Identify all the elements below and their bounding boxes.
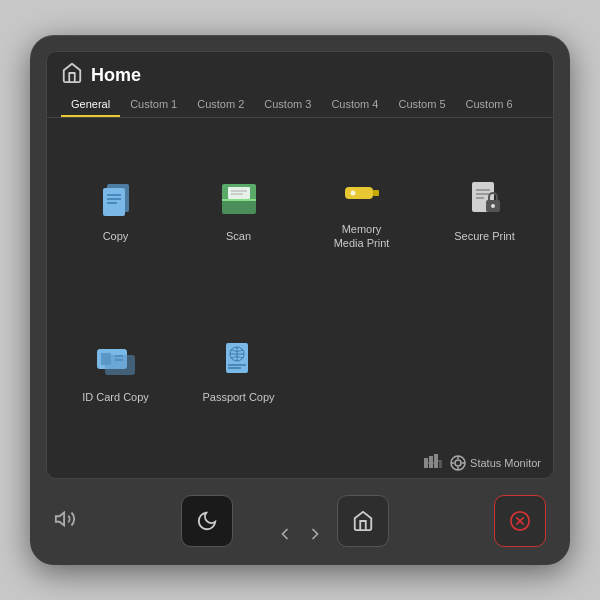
svg-rect-5 — [222, 200, 256, 214]
svg-rect-33 — [434, 454, 438, 468]
svg-rect-32 — [429, 456, 433, 468]
forward-arrow[interactable] — [305, 524, 325, 549]
svg-point-39 — [455, 460, 461, 466]
svg-rect-12 — [373, 190, 379, 196]
id-card-copy-label: ID Card Copy — [82, 390, 149, 404]
svg-rect-31 — [424, 458, 428, 468]
tabs-bar: General Custom 1 Custom 2 Custom 3 Custo… — [47, 93, 553, 118]
status-monitor-button[interactable]: Status Monitor — [450, 455, 541, 471]
printer-device: Home General Custom 1 Custom 2 Custom 3 … — [30, 35, 570, 565]
passport-icon — [215, 336, 263, 384]
memory-media-print-label: MemoryMedia Print — [334, 222, 390, 251]
touch-screen: Home General Custom 1 Custom 2 Custom 3 … — [46, 51, 554, 479]
volume-icon[interactable] — [54, 508, 76, 534]
scan-icon — [215, 175, 263, 223]
svg-point-13 — [350, 190, 355, 195]
svg-point-19 — [491, 204, 495, 208]
home-header-icon — [61, 62, 83, 89]
status-monitor-label: Status Monitor — [470, 457, 541, 469]
sleep-button[interactable] — [181, 495, 233, 547]
home-button[interactable] — [337, 495, 389, 547]
copy-label: Copy — [103, 229, 129, 243]
app-secure-print[interactable]: Secure Print — [424, 126, 545, 292]
app-passport-copy[interactable]: Passport Copy — [178, 294, 299, 446]
network-icon — [424, 454, 442, 472]
app-memory-media-print[interactable]: MemoryMedia Print — [301, 126, 422, 292]
usb-icon — [338, 168, 386, 216]
status-bar: Status Monitor — [47, 450, 553, 478]
svg-rect-34 — [439, 460, 442, 468]
secure-print-icon — [461, 175, 509, 223]
svg-rect-8 — [228, 187, 250, 199]
secure-print-label: Secure Print — [454, 229, 515, 243]
tab-custom6[interactable]: Custom 6 — [456, 93, 523, 117]
screen-title: Home — [91, 65, 141, 86]
nav-arrows — [275, 524, 325, 549]
tab-custom2[interactable]: Custom 2 — [187, 93, 254, 117]
svg-marker-44 — [56, 513, 64, 526]
stop-button[interactable] — [494, 495, 546, 547]
copy-icon — [92, 175, 140, 223]
tab-custom3[interactable]: Custom 3 — [254, 93, 321, 117]
scan-label: Scan — [226, 229, 251, 243]
app-copy[interactable]: Copy — [55, 126, 176, 292]
idcard-icon — [92, 336, 140, 384]
app-scan[interactable]: Scan — [178, 126, 299, 292]
bottom-controls — [46, 489, 554, 553]
apps-grid: Copy — [47, 118, 553, 450]
app-id-card-copy[interactable]: ID Card Copy — [55, 294, 176, 446]
tab-general[interactable]: General — [61, 93, 120, 117]
tab-custom1[interactable]: Custom 1 — [120, 93, 187, 117]
tab-custom5[interactable]: Custom 5 — [388, 93, 455, 117]
status-monitor-icon — [450, 455, 466, 471]
tab-custom4[interactable]: Custom 4 — [321, 93, 388, 117]
screen-header: Home — [47, 52, 553, 93]
passport-copy-label: Passport Copy — [202, 390, 274, 404]
svg-rect-11 — [345, 187, 373, 199]
svg-rect-1 — [103, 188, 125, 216]
back-arrow[interactable] — [275, 524, 295, 549]
svg-rect-24 — [105, 355, 135, 375]
